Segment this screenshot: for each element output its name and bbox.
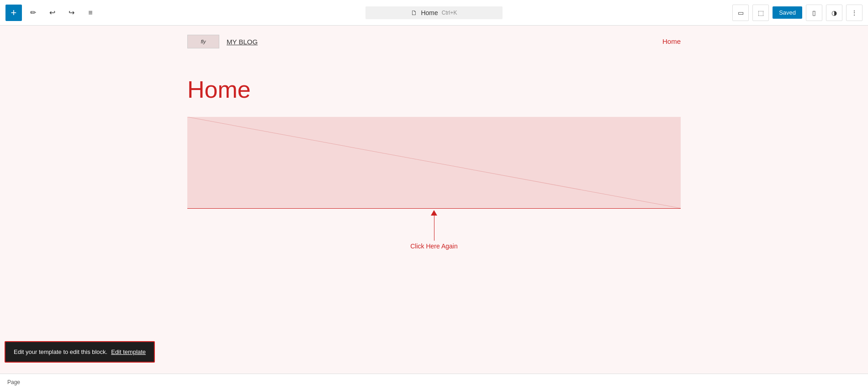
nav-home-link[interactable]: Home xyxy=(662,37,681,45)
more-options-button[interactable]: ⋮ xyxy=(846,5,863,21)
toolbar-center: 🗋 Home Ctrl+K xyxy=(365,6,503,19)
add-block-button[interactable]: + xyxy=(5,5,22,21)
pencil-button[interactable]: ✏ xyxy=(25,5,41,21)
arrow-shaft xyxy=(434,216,434,241)
bottom-bar-label: Page xyxy=(7,379,20,385)
list-button[interactable]: ≡ xyxy=(82,5,99,21)
site-nav: Home xyxy=(662,37,681,46)
click-here-text: Click Here Again xyxy=(410,242,458,250)
toolbar-left: + ✏ ↩ ↪ ≡ xyxy=(5,5,99,21)
logo-text: fly xyxy=(201,39,206,44)
contrast-button[interactable]: ◑ xyxy=(826,5,842,21)
click-here-wrapper: Click Here Again xyxy=(187,208,681,250)
horizontal-divider xyxy=(187,208,681,209)
toolbar-right: ▭ ⬚ Saved ▯ ◑ ⋮ xyxy=(732,5,863,21)
edit-template-link[interactable]: Edit template xyxy=(111,348,146,355)
list-icon: ≡ xyxy=(88,9,92,17)
toast-message: Edit your template to edit this block. xyxy=(14,348,107,355)
redo-button[interactable]: ↪ xyxy=(63,5,79,21)
redo-icon: ↪ xyxy=(69,8,74,17)
toolbar: + ✏ ↩ ↪ ≡ 🗋 Home Ctrl+K ▭ ⬚ Saved ▯ xyxy=(0,0,868,26)
external-link-button[interactable]: ⬚ xyxy=(752,5,769,21)
undo-button[interactable]: ↩ xyxy=(44,5,60,21)
site-logo: fly xyxy=(187,35,219,48)
arrow-group xyxy=(431,208,437,241)
site-title-link[interactable]: MY BLOG xyxy=(227,38,258,46)
template-block[interactable] xyxy=(187,117,681,208)
pencil-icon: ✏ xyxy=(30,8,36,17)
svg-line-0 xyxy=(187,117,681,208)
saved-button[interactable]: Saved xyxy=(773,6,802,19)
site-header: fly MY BLOG Home xyxy=(160,26,708,58)
arrow-up-icon xyxy=(431,210,437,216)
more-icon: ⋮ xyxy=(851,9,857,16)
site-content: Home Click Here Again xyxy=(160,58,708,250)
page-name-label: Home xyxy=(421,9,438,16)
undo-icon: ↩ xyxy=(49,8,55,17)
toast-wrapper: Edit your template to edit this block. E… xyxy=(5,341,155,363)
page-heading: Home xyxy=(187,76,681,103)
site-preview: fly MY BLOG Home Home xyxy=(0,26,868,390)
desktop-view-button[interactable]: ▭ xyxy=(732,5,749,21)
sidebar-icon: ▯ xyxy=(812,9,816,16)
sidebar-toggle-button[interactable]: ▯ xyxy=(806,5,822,21)
placeholder-svg xyxy=(187,117,681,208)
desktop-icon: ▭ xyxy=(738,9,744,16)
toast: Edit your template to edit this block. E… xyxy=(5,341,155,363)
external-icon: ⬚ xyxy=(758,9,764,16)
bottom-bar: Page xyxy=(0,374,868,390)
canvas-area: fly MY BLOG Home Home xyxy=(0,26,868,390)
keyboard-shortcut: Ctrl+K xyxy=(442,10,457,16)
page-info[interactable]: 🗋 Home Ctrl+K xyxy=(365,6,503,19)
contrast-icon: ◑ xyxy=(831,9,837,16)
page-icon: 🗋 xyxy=(411,9,417,16)
